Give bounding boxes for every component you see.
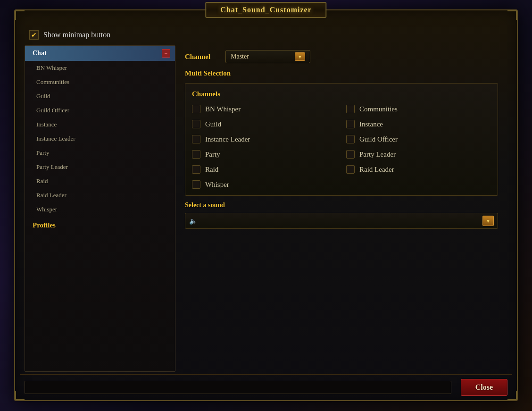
sidebar-item-chat-label: Chat bbox=[33, 50, 47, 57]
sidebar-item-instance-leader[interactable]: Instance Leader bbox=[25, 132, 175, 146]
close-button[interactable]: Close bbox=[461, 379, 507, 396]
channel-item-instance[interactable]: Instance bbox=[346, 120, 491, 128]
sound-label: Select a sound bbox=[185, 201, 498, 209]
window-title: Chat_Sound_Customizer bbox=[220, 6, 311, 14]
channel-checkbox-communities[interactable] bbox=[346, 105, 355, 113]
channel-checkbox-raid[interactable] bbox=[192, 165, 200, 174]
title-bar: Chat_Sound_Customizer bbox=[205, 2, 326, 18]
channel-item-label-party: Party bbox=[205, 151, 220, 159]
corner-ornament-tr bbox=[507, 10, 517, 20]
multi-selection-label: Multi Selection bbox=[185, 69, 498, 77]
main-window: Chat_Sound_Customizer ✔ Show minimap but… bbox=[14, 9, 518, 401]
channel-item-party-leader[interactable]: Party Leader bbox=[346, 150, 491, 159]
sidebar: Chat − BN Whisper Communities Guild Guil… bbox=[25, 45, 175, 372]
sound-dropdown[interactable]: 🔈 ▼ bbox=[185, 213, 498, 229]
sound-section: Select a sound 🔈 ▼ bbox=[185, 201, 498, 229]
channel-item-raid[interactable]: Raid bbox=[192, 165, 337, 174]
sidebar-item-guild[interactable]: Guild bbox=[25, 89, 175, 103]
sidebar-item-party[interactable]: Party bbox=[25, 146, 175, 160]
channel-item-label-bn-whisper: BN Whisper bbox=[205, 105, 241, 113]
sidebar-item-raid-leader[interactable]: Raid Leader bbox=[25, 188, 175, 202]
channel-item-party[interactable]: Party bbox=[192, 150, 337, 159]
channel-checkbox-bn-whisper[interactable] bbox=[192, 105, 200, 113]
channel-item-label-communities: Communities bbox=[359, 105, 398, 113]
channel-section: Channel Master ▼ bbox=[185, 50, 498, 63]
channel-checkbox-party-leader[interactable] bbox=[346, 150, 355, 159]
channel-item-label-instance: Instance bbox=[359, 120, 383, 128]
channel-item-label-instance-leader: Instance Leader bbox=[205, 135, 250, 143]
corner-ornament-tl bbox=[15, 10, 25, 20]
channel-checkbox-whisper[interactable] bbox=[192, 180, 200, 189]
minimap-row: ✔ Show minimap button bbox=[20, 25, 512, 45]
sidebar-item-instance[interactable]: Instance bbox=[25, 117, 175, 132]
bottom-input[interactable] bbox=[25, 381, 451, 394]
sound-dropdown-arrow[interactable]: ▼ bbox=[482, 216, 494, 226]
sidebar-item-profiles[interactable]: Profiles bbox=[25, 217, 175, 234]
right-panel: Channel Master ▼ Multi Selection Channel… bbox=[175, 45, 507, 372]
minimap-label: Show minimap button bbox=[43, 31, 110, 39]
channel-item-raid-leader[interactable]: Raid Leader bbox=[346, 165, 491, 174]
sidebar-item-bn-whisper[interactable]: BN Whisper bbox=[25, 61, 175, 75]
sidebar-item-guild-officer[interactable]: Guild Officer bbox=[25, 103, 175, 117]
channel-item-guild-officer[interactable]: Guild Officer bbox=[346, 135, 491, 143]
channel-item-communities[interactable]: Communities bbox=[346, 105, 491, 113]
channels-box-title: Channels bbox=[192, 90, 491, 98]
panels-row: Chat − BN Whisper Communities Guild Guil… bbox=[20, 45, 512, 372]
channel-checkbox-instance-leader[interactable] bbox=[192, 135, 200, 143]
channel-label: Channel bbox=[185, 53, 218, 61]
channels-box: Channels BN Whisper Communities bbox=[185, 83, 498, 196]
channel-item-label-guild-officer: Guild Officer bbox=[359, 135, 398, 143]
channel-dropdown-arrow[interactable]: ▼ bbox=[295, 52, 305, 61]
content-area: ✔ Show minimap button Chat − BN Whisper … bbox=[20, 25, 512, 372]
sidebar-item-communities[interactable]: Communities bbox=[25, 75, 175, 89]
channel-item-label-raid: Raid bbox=[205, 166, 218, 174]
sidebar-item-party-leader[interactable]: Party Leader bbox=[25, 160, 175, 174]
channel-item-label-raid-leader: Raid Leader bbox=[359, 166, 394, 174]
sidebar-item-whisper[interactable]: Whisper bbox=[25, 202, 175, 217]
channel-item-label-party-leader: Party Leader bbox=[359, 151, 396, 159]
channel-checkbox-party[interactable] bbox=[192, 150, 200, 159]
channel-checkbox-guild-officer[interactable] bbox=[346, 135, 355, 143]
bottom-bar: Close bbox=[20, 374, 512, 400]
minimap-checkbox[interactable]: ✔ bbox=[29, 30, 39, 40]
channel-dropdown[interactable]: Master ▼ bbox=[225, 50, 310, 63]
channel-item-bn-whisper[interactable]: BN Whisper bbox=[192, 105, 337, 113]
channel-item-instance-leader[interactable]: Instance Leader bbox=[192, 135, 337, 143]
channel-dropdown-value: Master bbox=[231, 53, 249, 60]
channel-checkbox-instance[interactable] bbox=[346, 120, 355, 128]
channels-grid: BN Whisper Communities Guild bbox=[192, 105, 491, 189]
channel-checkbox-raid-leader[interactable] bbox=[346, 165, 355, 174]
channel-checkbox-guild[interactable] bbox=[192, 120, 200, 128]
channel-item-label-whisper: Whisper bbox=[205, 181, 229, 189]
channel-item-guild[interactable]: Guild bbox=[192, 120, 337, 128]
sidebar-item-chat[interactable]: Chat − bbox=[25, 46, 175, 61]
sidebar-collapse-button[interactable]: − bbox=[162, 49, 170, 58]
channel-item-label-guild: Guild bbox=[205, 120, 221, 128]
sidebar-item-raid[interactable]: Raid bbox=[25, 174, 175, 188]
sound-icon: 🔈 bbox=[189, 217, 197, 225]
channel-item-whisper[interactable]: Whisper bbox=[192, 180, 337, 189]
